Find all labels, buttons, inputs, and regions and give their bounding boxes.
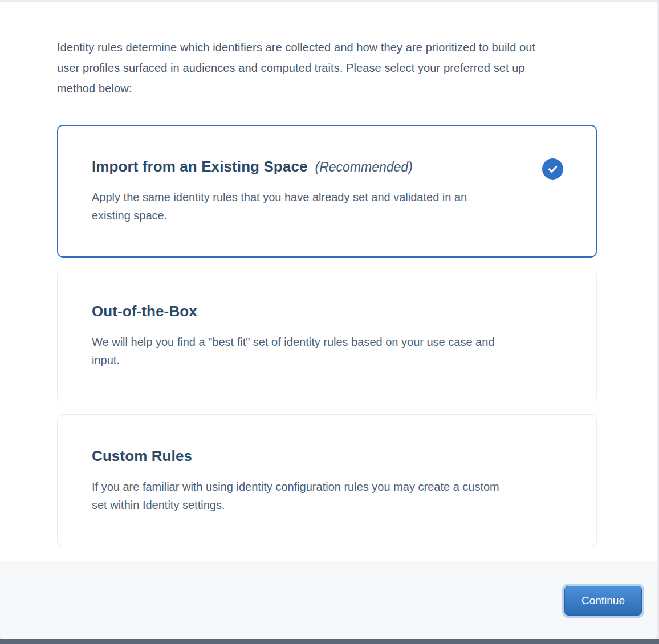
option-card-import-existing-space[interactable]: Import from an Existing Space (Recommend… xyxy=(57,125,597,258)
option-title-row: Import from an Existing Space (Recommend… xyxy=(92,158,505,176)
option-card-out-of-the-box[interactable]: Out-of-the-Box We will help you find a "… xyxy=(57,270,597,402)
option-title: Out-of-the-Box xyxy=(92,303,197,320)
check-icon xyxy=(542,158,563,180)
option-title-row: Out-of-the-Box xyxy=(92,303,505,320)
background-bottom-bar xyxy=(0,639,659,644)
identity-setup-dialog: Identity rules determine which identifie… xyxy=(0,2,657,640)
option-title-row: Custom Rules xyxy=(92,447,505,465)
option-description: If you are familiar with using identity … xyxy=(92,478,505,514)
recommended-badge: (Recommended) xyxy=(315,160,413,175)
intro-text: Identity rules determine which identifie… xyxy=(57,37,554,99)
option-card-custom-rules[interactable]: Custom Rules If you are familiar with us… xyxy=(57,414,597,547)
option-description: Apply the same identity rules that you h… xyxy=(92,188,505,225)
dialog-footer: Continue xyxy=(0,561,657,640)
dialog-body: Identity rules determine which identifie… xyxy=(0,2,657,561)
option-description: We will help you find a "best fit" set o… xyxy=(92,333,505,369)
option-title: Custom Rules xyxy=(92,447,192,465)
option-title: Import from an Existing Space xyxy=(92,158,308,176)
continue-button[interactable]: Continue xyxy=(564,586,642,616)
